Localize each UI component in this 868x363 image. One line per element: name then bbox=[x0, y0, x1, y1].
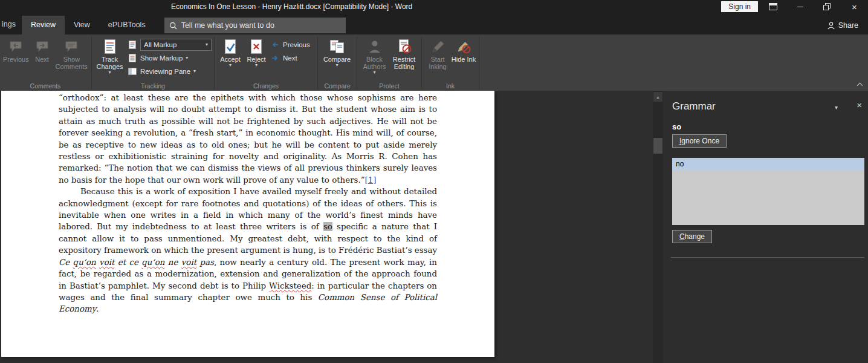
document-page[interactable]: “orthodox”: at least these are the epith… bbox=[1, 91, 494, 357]
tab-review[interactable]: Review bbox=[22, 16, 65, 34]
footnote-link[interactable]: [1] bbox=[365, 175, 377, 185]
button-label: Show Markup bbox=[140, 54, 183, 62]
group-label-ink: Ink bbox=[423, 82, 478, 90]
show-markup-button[interactable]: Show Markup ▾ bbox=[128, 52, 212, 64]
text-run: pas bbox=[196, 258, 214, 267]
pane-separator bbox=[671, 257, 864, 258]
previous-comment-button[interactable]: Previous bbox=[2, 36, 30, 63]
minimize-button[interactable] bbox=[786, 0, 814, 13]
document-workspace: “orthodox”: at least these are the epith… bbox=[0, 91, 868, 363]
hide-ink-icon bbox=[456, 38, 471, 56]
ribbon-display-options-button[interactable] bbox=[759, 0, 786, 13]
group-separator bbox=[357, 36, 357, 89]
tab-view[interactable]: View bbox=[65, 16, 99, 34]
compare-icon bbox=[329, 38, 345, 56]
next-comment-icon bbox=[35, 38, 50, 56]
previous-comment-icon bbox=[8, 38, 23, 56]
button-label: Reviewing Pane bbox=[140, 68, 190, 75]
button-label-rest: hange bbox=[685, 232, 705, 241]
flagged-word: so bbox=[672, 122, 681, 131]
close-button[interactable]: × bbox=[841, 0, 868, 13]
button-label: Next bbox=[283, 54, 297, 62]
group-label-changes: Changes bbox=[215, 82, 317, 90]
display-for-review-row: All Markup ▾ bbox=[128, 39, 212, 50]
pane-options-chevron-icon[interactable]: ▾ bbox=[835, 104, 838, 111]
ribbon-group-tracking: Track Changes ▾ All Markup ▾ bbox=[92, 34, 213, 91]
button-label: Previous bbox=[283, 41, 310, 48]
sign-in-button[interactable]: Sign in bbox=[721, 1, 758, 12]
group-separator bbox=[91, 36, 92, 89]
document-text[interactable]: “orthodox”: at least these are the epith… bbox=[1, 91, 494, 315]
text-run: qu’on bbox=[73, 258, 96, 267]
reviewing-pane-icon bbox=[128, 67, 137, 76]
collapse-ribbon-button[interactable] bbox=[857, 83, 863, 89]
display-for-review-select[interactable]: All Markup ▾ bbox=[140, 39, 212, 51]
start-inking-icon bbox=[430, 38, 445, 56]
search-icon bbox=[169, 22, 177, 30]
next-comment-button[interactable]: Next bbox=[30, 36, 54, 63]
next-change-button[interactable]: Next bbox=[270, 52, 310, 64]
share-label: Share bbox=[838, 21, 858, 30]
text-run: Ce bbox=[59, 258, 73, 267]
pane-close-icon[interactable]: × bbox=[857, 100, 862, 110]
block-authors-button[interactable]: Block Authors ▾ bbox=[360, 36, 389, 75]
ribbon-tab-bar: ings Review View ePUBTools Tell me what … bbox=[0, 13, 868, 34]
group-separator bbox=[421, 36, 422, 89]
text-run: voit bbox=[99, 258, 114, 267]
text-run: Wicksteed bbox=[269, 281, 311, 290]
suggestion-item[interactable]: no bbox=[672, 158, 864, 170]
chevron-down-icon: ▾ bbox=[373, 70, 375, 75]
scrollbar-thumb[interactable] bbox=[653, 138, 662, 154]
suggestions-list[interactable]: no bbox=[672, 158, 864, 225]
tell-me-search[interactable]: Tell me what you want to do bbox=[164, 18, 346, 33]
scroll-up-button[interactable]: ▲ bbox=[653, 92, 662, 102]
minimize-icon bbox=[797, 7, 803, 7]
start-inking-button[interactable]: Start Inking bbox=[424, 36, 451, 70]
button-label: Hide Ink bbox=[452, 56, 476, 63]
restrict-editing-button[interactable]: Restrict Editing bbox=[389, 36, 419, 70]
window-title: Economics In One Lesson - Henry Hazlitt.… bbox=[171, 2, 412, 11]
chevron-down-icon: ▾ bbox=[335, 63, 338, 68]
accept-icon bbox=[222, 38, 238, 56]
chevron-down-icon: ▾ bbox=[186, 56, 188, 60]
ribbon-group-ink: Start Inking Hide Ink Ink bbox=[423, 34, 478, 91]
text-run: voit bbox=[181, 258, 196, 267]
reject-button[interactable]: Reject ▾ bbox=[244, 36, 269, 68]
previous-change-button[interactable]: Previous bbox=[270, 39, 310, 50]
block-authors-icon bbox=[368, 38, 382, 56]
ribbon-group-compare: Compare ▾ Compare bbox=[319, 34, 356, 91]
tracking-options-column: All Markup ▾ Show Markup ▾ bbox=[125, 36, 212, 77]
track-changes-button[interactable]: Track Changes ▾ bbox=[94, 36, 125, 75]
chevron-down-icon: ▾ bbox=[206, 42, 208, 47]
restore-button[interactable] bbox=[814, 0, 841, 13]
button-label: Block Authors bbox=[360, 56, 389, 70]
grammar-pane: Grammar ▾ × so Ignore Once no Change bbox=[663, 91, 868, 363]
chevron-down-icon: ▾ bbox=[108, 70, 111, 75]
vertical-scrollbar[interactable]: ▲ bbox=[653, 91, 663, 363]
button-label: Show Comments bbox=[54, 56, 89, 70]
share-button[interactable]: Share bbox=[827, 21, 858, 30]
reviewing-pane-button[interactable]: Reviewing Pane ▾ bbox=[128, 65, 212, 77]
tab-mailings-partial[interactable]: ings bbox=[0, 20, 22, 28]
changes-nav-column: Previous Next bbox=[269, 36, 310, 64]
tab-epubtools[interactable]: ePUBTools bbox=[99, 16, 155, 34]
tell-me-placeholder: Tell me what you want to do bbox=[181, 21, 274, 30]
change-button[interactable]: Change bbox=[672, 230, 712, 243]
titlebar: Economics In One Lesson - Henry Hazlitt.… bbox=[0, 0, 868, 13]
accept-button[interactable]: Accept ▾ bbox=[217, 36, 244, 68]
button-label: Track Changes bbox=[94, 56, 125, 70]
text-run: qu’on bbox=[141, 258, 164, 267]
show-markup-icon bbox=[128, 53, 137, 63]
hide-ink-button[interactable]: Hide Ink bbox=[451, 36, 476, 63]
ribbon: Previous Next Show Comments Comments bbox=[0, 34, 868, 91]
track-changes-icon bbox=[103, 38, 117, 56]
button-label: Previous bbox=[3, 56, 29, 63]
restrict-editing-icon bbox=[397, 38, 412, 56]
scroll-up-icon: ▲ bbox=[656, 95, 660, 99]
compare-button[interactable]: Compare ▾ bbox=[320, 36, 354, 68]
ribbon-display-options-icon bbox=[769, 3, 777, 10]
reject-icon bbox=[248, 38, 264, 56]
show-comments-button[interactable]: Show Comments bbox=[54, 36, 89, 70]
ignore-once-button[interactable]: Ignore Once bbox=[672, 134, 727, 148]
pane-title: Grammar bbox=[672, 100, 716, 113]
